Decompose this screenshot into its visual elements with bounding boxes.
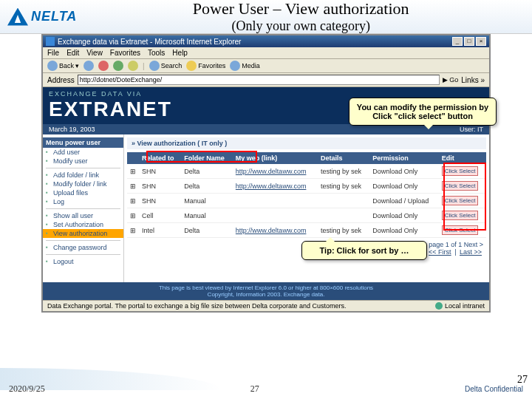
sidebar-set-auth[interactable]: Set Authorization — [43, 220, 123, 229]
click-select-button[interactable]: Click Select — [442, 166, 479, 176]
slide-page: 27 — [45, 383, 465, 395]
links-label[interactable]: Links » — [461, 76, 485, 84]
window-title: Exchange data via Extranet - Microsoft I… — [58, 38, 241, 46]
main-panel: You can modify the permission by Click "… — [124, 134, 489, 282]
cell-details: testing by sek — [318, 164, 369, 179]
breadcrumb: » View authorization ( IT only ) — [127, 137, 486, 149]
globe-icon — [435, 302, 443, 310]
cell-related: SHN — [139, 194, 181, 208]
forward-button[interactable] — [83, 61, 94, 71]
table-row: ⊞SHNDeltahttp://www.deltaww.comtesting b… — [127, 179, 486, 194]
click-select-button[interactable]: Click Select — [442, 181, 479, 191]
stop-button[interactable] — [98, 61, 109, 71]
col-related[interactable]: Related to — [139, 152, 181, 164]
row-expand-icon[interactable]: ⊞ — [127, 164, 139, 179]
cell-permission: Download Only — [369, 223, 439, 238]
menu-help[interactable]: Help — [172, 49, 188, 57]
cell-details: testing by sek — [318, 179, 369, 194]
logo-triangle-icon — [7, 8, 28, 26]
menu-edit[interactable]: Edit — [66, 49, 79, 57]
back-button[interactable]: Back ▾ — [47, 61, 79, 71]
sidebar-logout[interactable]: Logout — [43, 257, 123, 266]
cell-folder: Delta — [181, 164, 233, 179]
ie-titlebar: Exchange data via Extranet - Microsoft I… — [43, 35, 489, 47]
col-link[interactable]: My web (link) — [233, 152, 318, 164]
menu-view[interactable]: View — [86, 49, 103, 57]
cell-permission: Download / Upload — [369, 194, 439, 208]
cell-link[interactable] — [233, 194, 318, 208]
cell-folder: Manual — [181, 194, 233, 208]
logo-text: NELTA — [31, 9, 77, 24]
ie-window: Exchange data via Extranet - Microsoft I… — [41, 34, 491, 313]
col-permission[interactable]: Permission — [369, 152, 439, 164]
sidebar-modify-user[interactable]: Modify user — [43, 157, 123, 166]
sidebar-show-all-user[interactable]: Show all user — [43, 211, 123, 220]
pager-first[interactable]: << First — [429, 248, 451, 256]
col-edit[interactable]: Edit — [439, 152, 486, 164]
cell-folder: Manual — [181, 208, 233, 223]
col-icon[interactable] — [127, 152, 139, 164]
cell-related: Cell — [139, 208, 181, 223]
minimize-button[interactable]: _ — [452, 37, 463, 46]
media-button[interactable]: Media — [230, 61, 260, 71]
sidebar-upload-files[interactable]: Upload files — [43, 188, 123, 197]
delta-logo: NELTA — [7, 8, 77, 26]
click-select-button[interactable]: Click Select — [442, 225, 479, 235]
sidebar: Menu power user Add user Modify user Add… — [43, 134, 124, 282]
pager-last[interactable]: Last >> — [460, 248, 482, 256]
col-details[interactable]: Details — [318, 152, 369, 164]
favorites-button[interactable]: Favorites — [186, 61, 225, 71]
go-button[interactable]: ▶ Go — [443, 76, 459, 83]
slide-title: Power User – View authorization — [77, 0, 525, 18]
row-expand-icon[interactable]: ⊞ — [127, 179, 139, 194]
sidebar-view-auth[interactable]: View authorization — [43, 229, 123, 238]
pager-next[interactable]: Next > — [464, 241, 483, 248]
auth-table: Related to Folder Name My web (link) Det… — [127, 152, 486, 238]
menu-file[interactable]: File — [47, 49, 59, 57]
back-icon — [47, 61, 58, 71]
row-expand-icon[interactable]: ⊞ — [127, 208, 139, 223]
sidebar-log[interactable]: Log — [43, 197, 123, 206]
row-expand-icon[interactable]: ⊞ — [127, 194, 139, 208]
maximize-button[interactable]: □ — [464, 37, 474, 46]
cell-folder: Delta — [181, 179, 233, 194]
cell-related: Intel — [139, 223, 181, 238]
footer-line1: This page is best viewed by Internet Exp… — [45, 284, 487, 291]
cell-permission: Download Only — [369, 164, 439, 179]
cell-related: SHN — [139, 164, 181, 179]
search-button[interactable]: Search — [149, 61, 183, 71]
cell-link[interactable]: http://www.deltaww.com — [233, 164, 318, 179]
cell-link[interactable]: http://www.deltaww.com — [233, 223, 318, 238]
table-row: ⊞IntelDeltahttp://www.deltaww.comtesting… — [127, 223, 486, 238]
slide-footer: 2020/9/25 27 Delta Confidential — [0, 383, 532, 395]
cell-permission: Download Only — [369, 179, 439, 194]
ie-toolbar: Back ▾ | Search Favorites Media — [43, 59, 489, 73]
cell-related: SHN — [139, 179, 181, 194]
zone-indicator: Local intranet — [435, 302, 485, 310]
sidebar-add-user[interactable]: Add user — [43, 148, 123, 157]
address-input[interactable] — [78, 75, 440, 85]
menu-tools[interactable]: Tools — [148, 49, 165, 57]
sidebar-modify-folder[interactable]: Modify folder / link — [43, 180, 123, 188]
star-icon — [186, 61, 197, 71]
home-icon — [128, 61, 138, 71]
slide-header: NELTA Power User – View authorization (O… — [0, 0, 532, 34]
click-select-button[interactable]: Click Select — [442, 196, 479, 205]
row-expand-icon[interactable]: ⊞ — [127, 223, 139, 238]
media-icon — [230, 61, 240, 71]
col-folder[interactable]: Folder Name — [181, 152, 233, 164]
ie-addressbar: Address ▶ Go Links » — [43, 73, 489, 87]
refresh-icon — [113, 61, 123, 71]
sidebar-add-folder[interactable]: Add folder / link — [43, 171, 123, 180]
menu-favorites[interactable]: Favorites — [110, 49, 140, 57]
table-row: ⊞SHNManualDownload / UploadClick Select — [127, 194, 486, 208]
home-button[interactable] — [128, 61, 138, 71]
sidebar-change-password[interactable]: Change password — [43, 243, 123, 252]
stop-icon — [98, 61, 109, 71]
click-select-button[interactable]: Click Select — [442, 211, 479, 220]
cell-link[interactable] — [233, 208, 318, 223]
table-row: ⊞SHNDeltahttp://www.deltaww.comtesting b… — [127, 164, 486, 179]
refresh-button[interactable] — [113, 61, 123, 71]
cell-link[interactable]: http://www.deltaww.com — [233, 179, 318, 194]
close-button[interactable]: × — [476, 37, 486, 46]
